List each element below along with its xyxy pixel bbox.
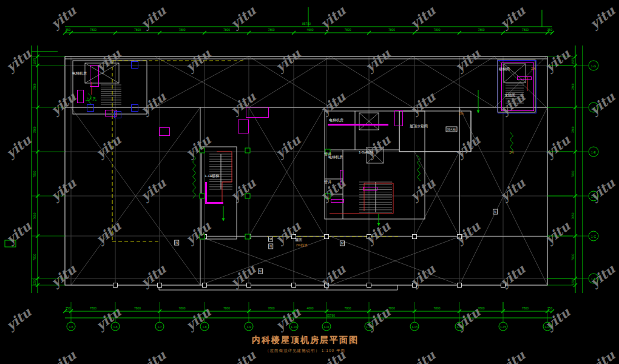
axis-bubble-right: 1-G xyxy=(589,61,599,71)
column-marker-green xyxy=(200,148,205,153)
dim-label-bottom: 7800 xyxy=(433,306,440,310)
dim-label-top: 350 xyxy=(66,28,70,32)
axis-bubble-bottom: 1-15 xyxy=(499,322,508,331)
highlight-bar-magenta xyxy=(205,182,207,204)
column-marker-green xyxy=(245,234,251,240)
slope-label: 2% xyxy=(459,112,464,115)
highlight-box-magenta xyxy=(246,107,269,118)
column-marker-white xyxy=(157,283,162,288)
column-marker-white xyxy=(457,234,462,239)
axis-bubble-bottom: 1-11 xyxy=(322,322,331,331)
dim-overall-bottom: 85780 xyxy=(326,314,335,317)
axis-bubble-bottom: 1-16 xyxy=(543,322,552,331)
column-marker-white xyxy=(367,234,371,239)
dim-label-top: 7800 xyxy=(90,28,96,32)
component-tag: N xyxy=(268,244,273,249)
dim-label-bottom: 7800 xyxy=(90,306,96,310)
column-marker-white xyxy=(246,283,251,288)
axis-bubble-bottom: 1-7 xyxy=(155,322,164,331)
dim-label-bottom: 350 xyxy=(547,306,552,310)
dim-label-left: 7050 xyxy=(33,212,36,219)
column-marker-white xyxy=(324,283,329,288)
column-marker-white xyxy=(324,234,329,239)
highlight-box-magenta xyxy=(340,170,343,184)
dim-label-bottom: 7800 xyxy=(268,306,274,310)
column-marker-white xyxy=(113,283,118,288)
dim-label-right: 7050 xyxy=(571,212,575,219)
dim-label-bottom: 7800 xyxy=(388,306,395,310)
dim-label-left: 1200 xyxy=(33,278,36,285)
highlight-box-magenta xyxy=(77,90,84,103)
slope-label: 2%找坡 xyxy=(296,243,308,248)
room-label: 1-1a楼梯 xyxy=(205,174,219,179)
dim-label-right: 1200 xyxy=(571,278,575,285)
highlight-box-magenta xyxy=(331,199,344,203)
room-label: 屋顶水箱间 xyxy=(410,124,428,129)
plan-annotation-layer: 3503507800780078007800780078007800780078… xyxy=(0,0,619,364)
slope-label: 2% xyxy=(531,67,536,70)
column-marker-white xyxy=(457,283,462,288)
component-tag: N xyxy=(174,240,179,246)
component-tag: M xyxy=(268,237,273,242)
dim-label-top: 7800 xyxy=(178,28,185,32)
axis-bubble-bottom: 1-10 xyxy=(289,322,299,331)
axis-bubble-bottom: 1-12 xyxy=(365,322,374,331)
cad-floor-plan: 3503507800780078007800780078007800780078… xyxy=(0,0,619,364)
room-label: 电梯机房 xyxy=(329,118,343,123)
highlight-box-magenta xyxy=(159,127,170,136)
component-tag: N xyxy=(493,209,498,215)
column-marker-white xyxy=(202,283,207,288)
column-marker-white xyxy=(291,283,296,288)
axis-bubble-bottom: 1-14 xyxy=(455,322,464,331)
dim-label-bottom: 7800 xyxy=(478,306,484,310)
dim-label-top: 7800 xyxy=(268,28,274,32)
axis-bubble-right: 1-F xyxy=(589,103,599,113)
dim-label-top: 7800 xyxy=(433,28,440,32)
highlight-box-magenta xyxy=(90,65,99,87)
axis-bubble-bottom: 1-8 xyxy=(200,322,209,331)
column-marker-white xyxy=(501,283,506,288)
dim-label-left: 1575 xyxy=(33,58,36,64)
column-marker-green xyxy=(245,194,251,199)
highlight-box-magenta xyxy=(363,187,377,190)
dim-label-right: 1575 xyxy=(571,58,575,64)
dim-label-top: 350 xyxy=(547,28,552,32)
room-label: 上人孔 xyxy=(86,96,96,102)
highlight-box-magenta xyxy=(238,120,249,133)
component-tag: M xyxy=(340,241,345,246)
column-marker-blue xyxy=(131,61,138,69)
dim-label-top: 7800 xyxy=(522,28,529,32)
highlight-bar-magenta xyxy=(205,202,223,204)
column-marker-white xyxy=(367,283,371,288)
title-block: 内科楼屋顶机房层平面图 （屋面做法详见建施说明） 1:100 平面 xyxy=(252,335,359,354)
room-label: 楼梯间 xyxy=(499,67,510,72)
column-marker-white xyxy=(412,234,417,239)
axis-bubble-bottom: 1-9 xyxy=(245,322,254,331)
dim-label-bottom: 7800 xyxy=(344,306,351,310)
axis-bubble-bottom: 1-5 xyxy=(67,322,76,331)
axis-bubble-right: 1-E xyxy=(589,147,599,157)
dim-label-top: 7800 xyxy=(388,28,395,32)
dim-label-bottom: 4600 xyxy=(306,306,313,310)
dim-label-top: 4600 xyxy=(306,28,313,32)
column-marker-green xyxy=(325,194,331,199)
axis-bubble-right: 1-C xyxy=(589,231,599,241)
axis-bubble-bottom: 1-6 xyxy=(111,322,120,331)
dim-label-left: 7800 xyxy=(33,170,36,177)
room-label: 管井 xyxy=(324,152,331,157)
column-marker-white xyxy=(412,283,417,288)
highlight-bar-magenta xyxy=(328,124,388,126)
dim-label-top: 7800 xyxy=(134,28,141,32)
slope-label: 2% xyxy=(509,150,514,154)
component-tag: 消火栓 xyxy=(446,127,458,132)
dim-overall-top: 85780 xyxy=(302,22,311,25)
room-label: 1-3a电梯 xyxy=(359,150,373,155)
column-marker-blue xyxy=(131,104,138,112)
dim-label-bottom: 7800 xyxy=(223,306,230,310)
room-label: 屋面 xyxy=(295,237,302,243)
dim-label-left: 7800 xyxy=(33,83,36,90)
room-label: 电梯机房 xyxy=(72,71,87,76)
column-marker-green xyxy=(200,194,205,199)
column-marker-blue xyxy=(87,104,94,112)
axis-bubble-right: 1-B xyxy=(589,274,599,284)
